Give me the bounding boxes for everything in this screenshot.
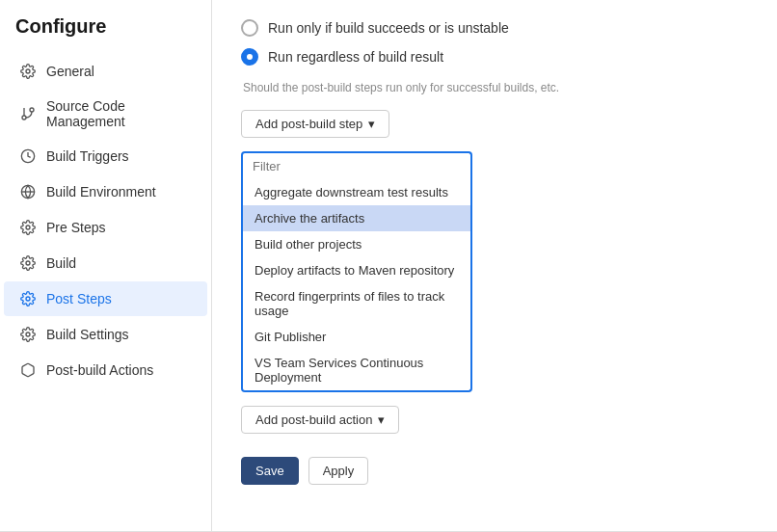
chevron-down-icon: ▾ bbox=[368, 117, 375, 131]
settings-icon bbox=[19, 326, 37, 343]
page-title: Configure bbox=[0, 15, 211, 53]
sidebar-item-build-settings[interactable]: Build Settings bbox=[4, 317, 207, 352]
svg-point-7 bbox=[26, 226, 30, 229]
svg-point-0 bbox=[26, 69, 30, 73]
sidebar-item-label: Source Code Management bbox=[46, 98, 192, 129]
svg-point-3 bbox=[22, 116, 26, 120]
dropdown-list: Aggregate downstream test results Archiv… bbox=[241, 179, 472, 392]
pre-steps-icon bbox=[19, 219, 37, 236]
sidebar-item-label: Post Steps bbox=[46, 291, 112, 306]
svg-point-8 bbox=[26, 261, 30, 265]
radio-label-success: Run only if build succeeds or is unstabl… bbox=[268, 20, 509, 36]
build-icon bbox=[19, 254, 37, 272]
dropdown-item-record-fingerprints[interactable]: Record fingerprints of files to track us… bbox=[243, 283, 470, 324]
sidebar-item-label: Build Environment bbox=[46, 184, 156, 200]
add-step-label: Add post-build step bbox=[255, 117, 362, 131]
dropdown-container: Aggregate downstream test results Archiv… bbox=[241, 151, 472, 392]
sidebar-item-label: Build bbox=[46, 255, 76, 271]
clock-icon bbox=[19, 147, 37, 165]
sidebar-item-build[interactable]: Build bbox=[4, 246, 207, 280]
sidebar: Configure General Source Code Management bbox=[0, 0, 212, 531]
add-post-build-action-button[interactable]: Add post-build action ▾ bbox=[241, 406, 399, 434]
sidebar-item-build-environment[interactable]: Build Environment bbox=[4, 174, 207, 209]
add-action-area: Add post-build action ▾ bbox=[241, 406, 748, 434]
sidebar-item-general[interactable]: General bbox=[4, 54, 207, 89]
save-button[interactable]: Save bbox=[241, 457, 299, 485]
radio-group: Run only if build succeeds or is unstabl… bbox=[241, 19, 748, 66]
dropdown-item-vs-team[interactable]: VS Team Services Continuous Deployment bbox=[243, 350, 470, 390]
radio-label-regardless: Run regardless of build result bbox=[268, 49, 443, 65]
dropdown-item-git-publisher[interactable]: Git Publisher bbox=[243, 324, 470, 350]
main-content: Run only if build succeeds or is unstabl… bbox=[212, 0, 777, 531]
add-post-build-step-button[interactable]: Add post-build step ▾ bbox=[241, 110, 389, 138]
branch-icon bbox=[19, 105, 37, 122]
dropdown-item-aggregate[interactable]: Aggregate downstream test results bbox=[243, 179, 470, 205]
dropdown-item-archive[interactable]: Archive the artifacts bbox=[243, 205, 470, 231]
chevron-down-icon: ▾ bbox=[378, 412, 385, 427]
radio-button-success[interactable] bbox=[241, 19, 258, 37]
sidebar-item-label: Post-build Actions bbox=[46, 362, 153, 378]
hint-text: Should the post-build steps run only for… bbox=[241, 81, 748, 94]
sidebar-item-post-steps[interactable]: Post Steps bbox=[4, 281, 207, 316]
bottom-actions: Save Apply bbox=[241, 457, 748, 485]
svg-point-10 bbox=[26, 332, 30, 336]
sidebar-item-label: Build Settings bbox=[46, 327, 129, 342]
post-steps-icon bbox=[19, 290, 37, 307]
radio-option-success[interactable]: Run only if build succeeds or is unstabl… bbox=[241, 19, 748, 37]
gear-icon bbox=[19, 63, 37, 80]
apply-button[interactable]: Apply bbox=[308, 457, 369, 485]
add-action-label: Add post-build action bbox=[255, 412, 372, 427]
svg-point-2 bbox=[30, 108, 34, 112]
sidebar-item-build-triggers[interactable]: Build Triggers bbox=[4, 139, 207, 173]
filter-input[interactable] bbox=[241, 151, 472, 179]
sidebar-item-pre-steps[interactable]: Pre Steps bbox=[4, 210, 207, 245]
sidebar-item-label: General bbox=[46, 64, 94, 79]
dropdown-item-build-other[interactable]: Build other projects bbox=[243, 231, 470, 257]
globe-icon bbox=[19, 183, 37, 200]
box-icon bbox=[19, 361, 37, 379]
sidebar-item-label: Build Triggers bbox=[46, 148, 129, 164]
sidebar-item-source-code[interactable]: Source Code Management bbox=[4, 90, 207, 138]
sidebar-item-label: Pre Steps bbox=[46, 220, 105, 235]
svg-point-9 bbox=[26, 297, 30, 301]
sidebar-item-post-build-actions[interactable]: Post-build Actions bbox=[4, 353, 207, 387]
radio-button-regardless[interactable] bbox=[241, 48, 258, 66]
dropdown-item-deploy-maven[interactable]: Deploy artifacts to Maven repository bbox=[243, 257, 470, 283]
radio-option-regardless[interactable]: Run regardless of build result bbox=[241, 48, 748, 66]
